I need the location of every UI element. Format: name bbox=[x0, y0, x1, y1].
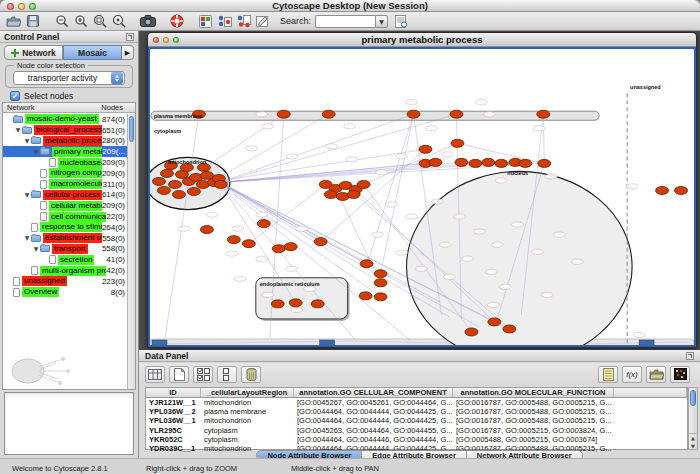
strip-selected-block[interactable] bbox=[639, 340, 654, 345]
network-node[interactable] bbox=[488, 318, 501, 326]
tree-row-multi-organism-pro[interactable]: multi-organism pro42(0) bbox=[3, 265, 127, 276]
network-node[interactable] bbox=[495, 159, 508, 167]
network-node[interactable] bbox=[469, 159, 482, 167]
network-view-window[interactable]: primary metabolic process plasma membran… bbox=[147, 32, 697, 348]
column-header[interactable]: annotation.GO MOLECULAR_FUNCTION bbox=[453, 388, 614, 397]
table-row[interactable]: YLR295Ccytoplasm[GO:0045263, GO:0044464,… bbox=[146, 426, 687, 435]
network-node[interactable] bbox=[272, 245, 285, 253]
network-node[interactable] bbox=[157, 186, 170, 194]
network-node[interactable] bbox=[257, 220, 270, 228]
search-advanced-icon[interactable] bbox=[392, 13, 411, 29]
tree-row-cellular-process[interactable]: ▼cellular process614(0) bbox=[3, 190, 127, 201]
table-scrollbar[interactable]: ▲▼ bbox=[688, 387, 698, 450]
vizmapper-icon[interactable] bbox=[215, 13, 234, 29]
network-node[interactable] bbox=[187, 187, 200, 195]
network-node[interactable] bbox=[482, 158, 495, 166]
title-bar[interactable]: Cytoscape Desktop (New Session) bbox=[0, 0, 700, 12]
table-row[interactable]: YJR121W__1mitochondrion[GO:0045267, GO:0… bbox=[146, 398, 687, 407]
network-node[interactable] bbox=[374, 279, 387, 287]
tree-row-unassigned[interactable]: unassigned223(0) bbox=[3, 276, 127, 287]
network-canvas[interactable]: plasma membranecytoplasmmitochondrionnuc… bbox=[148, 47, 696, 347]
column-header[interactable]: annotation.GO CELLULAR_COMPONENT bbox=[294, 388, 453, 397]
network-node[interactable] bbox=[503, 325, 516, 333]
expander-icon[interactable]: ▼ bbox=[32, 147, 40, 157]
network-node[interactable] bbox=[227, 236, 240, 244]
network-node[interactable] bbox=[242, 240, 255, 248]
network-node[interactable] bbox=[160, 169, 173, 177]
tree-row-secretion[interactable]: secretion41(0) bbox=[3, 254, 127, 265]
tab-network[interactable]: Network bbox=[4, 45, 63, 60]
table-scrollbar-thumb[interactable] bbox=[690, 390, 696, 406]
network-node[interactable] bbox=[451, 139, 464, 147]
expander-icon[interactable]: ▼ bbox=[23, 233, 31, 243]
zoom-selected-icon[interactable] bbox=[109, 13, 128, 29]
network-node[interactable] bbox=[359, 292, 372, 300]
expander-icon[interactable]: ▼ bbox=[23, 190, 31, 200]
column-header[interactable]: ID bbox=[146, 388, 201, 397]
attribute-table-header[interactable]: ID_cellularLayoutRegionannotation.GO CEL… bbox=[146, 388, 687, 398]
expander-icon[interactable]: ▼ bbox=[23, 136, 31, 146]
filter-icon[interactable] bbox=[234, 13, 253, 29]
tree-row-establishment-of-lo[interactable]: ▼establishment of lo558(0) bbox=[3, 233, 127, 244]
tree-scrollbar[interactable] bbox=[127, 114, 135, 389]
network-node[interactable] bbox=[277, 110, 290, 118]
network-window-titlebar[interactable]: primary metabolic process bbox=[148, 33, 696, 47]
network-node[interactable] bbox=[357, 180, 370, 188]
network-node[interactable] bbox=[675, 186, 688, 194]
tree-row-overview[interactable]: Overview8(0) bbox=[3, 287, 127, 298]
network-node[interactable] bbox=[360, 260, 373, 268]
network-node[interactable] bbox=[200, 226, 213, 234]
network-node[interactable] bbox=[537, 110, 550, 118]
network-node[interactable] bbox=[450, 110, 463, 118]
tree-row-transport[interactable]: ▼transport558(0) bbox=[3, 244, 127, 255]
network-node[interactable] bbox=[214, 180, 227, 188]
network-node[interactable] bbox=[271, 300, 284, 308]
tree-row-macromolecule[interactable]: macromolecule311(0) bbox=[3, 179, 127, 190]
network-tree-header[interactable]: Network Nodes bbox=[3, 103, 135, 113]
network-node[interactable] bbox=[322, 110, 335, 118]
network-node[interactable] bbox=[519, 159, 532, 167]
tree-row-cellular-metabo[interactable]: cellular metabo209(0) bbox=[3, 200, 127, 211]
network-edge[interactable] bbox=[368, 114, 414, 263]
select-nodes-checkbox[interactable]: ✓ bbox=[10, 91, 20, 101]
table-row[interactable]: YKR052Ccytoplasm[GO:0044464, GO:0044446,… bbox=[146, 435, 687, 444]
matrix-icon[interactable] bbox=[670, 366, 690, 383]
network-node[interactable] bbox=[311, 300, 324, 308]
network-edge[interactable] bbox=[216, 114, 329, 179]
delete-attribute-icon[interactable] bbox=[241, 366, 261, 383]
snapshot-camera-icon[interactable] bbox=[138, 13, 157, 29]
network-node[interactable] bbox=[284, 243, 297, 251]
network-node[interactable] bbox=[152, 177, 165, 185]
formula-icon[interactable]: f(x) bbox=[622, 366, 642, 383]
help-lifesaver-icon[interactable] bbox=[167, 13, 186, 29]
strip-selected-block[interactable] bbox=[152, 340, 167, 345]
new-attribute-icon[interactable] bbox=[169, 366, 189, 383]
network-node[interactable] bbox=[374, 293, 387, 301]
network-node[interactable] bbox=[455, 158, 468, 166]
cytopanel-icon[interactable] bbox=[196, 13, 215, 29]
tree-row-biological-process[interactable]: ▼biological_process651(0) bbox=[3, 125, 127, 136]
network-node[interactable] bbox=[347, 190, 360, 198]
search-input[interactable] bbox=[315, 15, 375, 28]
tree-row-nitrogen-compo[interactable]: nitrogen compo209(0) bbox=[3, 168, 127, 179]
network-node[interactable] bbox=[538, 159, 551, 167]
network-edge[interactable] bbox=[543, 114, 544, 163]
open-folder-icon[interactable] bbox=[4, 13, 23, 29]
column-header[interactable]: _cellularLayoutRegion bbox=[201, 388, 294, 397]
tree-row-response-to-stimul[interactable]: response to stimul264(0) bbox=[3, 222, 127, 233]
network-node[interactable] bbox=[419, 145, 432, 153]
tree-row-mosaic-demo-yeast[interactable]: mosaic-demo-yeast874(0) bbox=[3, 114, 127, 125]
tree-row-primary-metabo[interactable]: ▼primary metabo209(... bbox=[3, 146, 127, 157]
network-node[interactable] bbox=[289, 299, 302, 307]
zoom-fit-icon[interactable] bbox=[90, 13, 109, 29]
table-row[interactable]: YPL036W__1mitochondrion[GO:0044464, GO:0… bbox=[146, 416, 687, 425]
network-node[interactable] bbox=[314, 238, 327, 246]
birds-eye-view[interactable] bbox=[4, 392, 134, 455]
network-node[interactable] bbox=[168, 180, 181, 188]
node-color-dropdown[interactable]: transporter activity bbox=[13, 71, 125, 85]
select-attributes-icon[interactable] bbox=[193, 366, 213, 383]
save-icon[interactable] bbox=[23, 13, 42, 29]
search-dropdown-arrow[interactable]: ▼ bbox=[375, 15, 388, 28]
float-panel-icon[interactable] bbox=[126, 33, 134, 41]
network-node[interactable] bbox=[429, 158, 442, 166]
